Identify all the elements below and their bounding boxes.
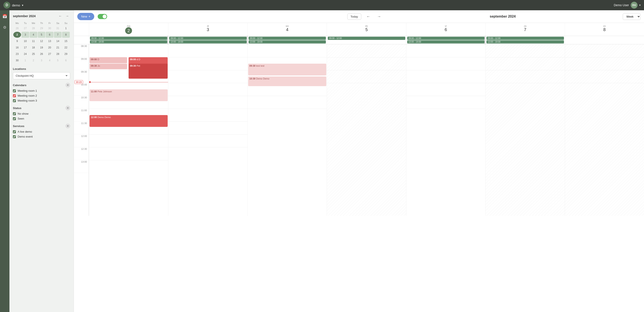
event-0-1[interactable]: 09:30 Jo: [90, 64, 127, 69]
cal-day[interactable]: 25: [30, 51, 37, 57]
day-header-su: Su: [62, 21, 70, 25]
cal-day[interactable]: 28: [30, 25, 37, 31]
status-checkbox-noshow[interactable]: [13, 112, 16, 115]
cal-day[interactable]: 3: [22, 32, 29, 38]
event-time: 12:00: [91, 116, 97, 119]
cal-day[interactable]: 6: [46, 32, 54, 38]
view-select[interactable]: Week Day Month: [623, 13, 640, 20]
cal-day[interactable]: 4: [30, 32, 37, 38]
cal-day[interactable]: 1: [22, 57, 29, 63]
cal-day[interactable]: 10: [22, 38, 29, 44]
cal-day[interactable]: 11: [30, 38, 37, 44]
day-header-tu: Tu: [22, 21, 29, 25]
calendar-checkbox-3[interactable]: [13, 99, 16, 102]
left-panel: september 2024 ← → Mo Tu We Th Fr Sa Su: [10, 10, 74, 312]
cal-prev-button[interactable]: ←: [365, 13, 372, 20]
cal-day[interactable]: 1: [62, 25, 70, 31]
cal-day[interactable]: 26: [13, 25, 21, 31]
cal-day[interactable]: 24: [22, 51, 29, 57]
time-slot-1200: 12:00: [74, 134, 89, 147]
new-button[interactable]: New +: [77, 13, 94, 20]
cal-day[interactable]: 15: [62, 38, 70, 44]
hour-line: [168, 70, 247, 70]
cal-day[interactable]: 8: [62, 32, 70, 38]
view-toggle[interactable]: [98, 14, 107, 19]
calendar-item-2: Meeting room 2: [13, 94, 70, 97]
cal-day[interactable]: 27: [22, 25, 29, 31]
cal-day[interactable]: 5: [54, 57, 62, 63]
cal-day[interactable]: 31: [54, 25, 62, 31]
event-0-5[interactable]: 12:00 Demo Demo: [90, 115, 168, 127]
event-time: 11:00: [91, 90, 97, 93]
cal-day[interactable]: 22: [62, 45, 70, 51]
day-col-2: 09:30 test test 10:30 Demo Demo: [248, 44, 327, 216]
avail-bar: 13:00 - 19:00: [169, 40, 246, 43]
cal-day[interactable]: 3: [38, 57, 46, 63]
service-checkbox-1[interactable]: [13, 130, 16, 133]
cal-day[interactable]: 16: [13, 45, 21, 51]
location-select[interactable]: Clockpoint HQ Location 2: [13, 72, 70, 79]
status-checkbox-seen[interactable]: [13, 117, 16, 120]
mini-cal-prev[interactable]: ←: [57, 14, 63, 18]
event-0-0[interactable]: 09:00 D: [90, 57, 127, 63]
locations-label: Locations: [13, 67, 70, 70]
cal-toolbar: New + Today ← → september 2024 Week Day …: [74, 10, 644, 23]
status-name-seen: Seen: [18, 117, 24, 120]
hour-line: [327, 70, 406, 70]
cal-day[interactable]: 14: [54, 38, 62, 44]
cal-day[interactable]: 13: [46, 38, 54, 44]
calendar-checkbox-1[interactable]: [13, 89, 16, 92]
event-0-3[interactable]: 09:30 Pet: [128, 64, 168, 79]
cal-day[interactable]: 21: [54, 45, 62, 51]
mini-cal-nav-group: ← →: [57, 14, 70, 18]
mini-cal-next[interactable]: →: [64, 14, 70, 18]
cal-day[interactable]: 18: [30, 45, 37, 51]
cal-day[interactable]: 28: [54, 51, 62, 57]
time-slot-930: 09:30: [74, 70, 89, 83]
status-name-noshow: No show: [18, 112, 28, 115]
cal-day[interactable]: 27: [46, 51, 54, 57]
cal-day[interactable]: 9: [13, 38, 21, 44]
cal-day[interactable]: 12: [38, 38, 46, 44]
cal-day[interactable]: 30: [46, 25, 54, 31]
avail-bar: 13:00 - 19:00: [90, 40, 167, 43]
cal-day[interactable]: 2: [30, 57, 37, 63]
add-status-button[interactable]: +: [66, 106, 70, 110]
avail-gutter: [74, 36, 89, 44]
user-dropdown-icon[interactable]: ▾: [639, 4, 640, 7]
calendar-icon[interactable]: 📅: [1, 13, 8, 20]
calendar-checkbox-2[interactable]: [13, 94, 16, 97]
app-dropdown-btn[interactable]: ▾: [22, 4, 24, 7]
event-2-0[interactable]: 09:30 test test: [248, 64, 326, 75]
cal-day[interactable]: 5: [38, 32, 46, 38]
add-service-button[interactable]: +: [66, 124, 70, 128]
cal-day[interactable]: 7: [54, 32, 62, 38]
cal-day[interactable]: 4: [46, 57, 54, 63]
cal-day[interactable]: 26: [38, 51, 46, 57]
day-col-5: [485, 44, 564, 216]
today-button[interactable]: Today: [347, 13, 361, 20]
calendar-grid: 08:30 09:00 09:30 10:00 10:30 11:00 11:3…: [74, 44, 644, 312]
cal-day[interactable]: 29: [62, 51, 70, 57]
cal-day[interactable]: 6: [62, 57, 70, 63]
cal-next-button[interactable]: →: [376, 13, 383, 20]
day-header-zo8: zo 8: [565, 23, 644, 36]
cal-day[interactable]: 19: [38, 45, 46, 51]
cal-day-today[interactable]: 2: [13, 32, 21, 38]
service-checkbox-2[interactable]: [13, 135, 16, 138]
cal-day[interactable]: 30: [13, 57, 21, 63]
avail-col-5: 09:00 - 12:00 13:00 - 19:00: [485, 36, 564, 44]
event-0-4[interactable]: 11:00 Pete Johnson: [90, 89, 168, 101]
hour-line: [89, 134, 168, 135]
event-2-1[interactable]: 10:30 Demo Demo: [248, 76, 326, 86]
cal-day[interactable]: 29: [38, 25, 46, 31]
event-time: 09:30: [250, 64, 256, 67]
hour-line: [565, 57, 644, 57]
cal-day[interactable]: 23: [13, 51, 21, 57]
add-calendar-button[interactable]: +: [66, 83, 70, 87]
avail-col-2: 09:00 - 12:00 13:00 - 19:00: [248, 36, 327, 44]
avail-bar: 09:00 - 12:00: [248, 37, 326, 40]
settings-icon[interactable]: ⚙: [1, 24, 8, 31]
cal-day[interactable]: 17: [22, 45, 29, 51]
cal-day[interactable]: 20: [46, 45, 54, 51]
